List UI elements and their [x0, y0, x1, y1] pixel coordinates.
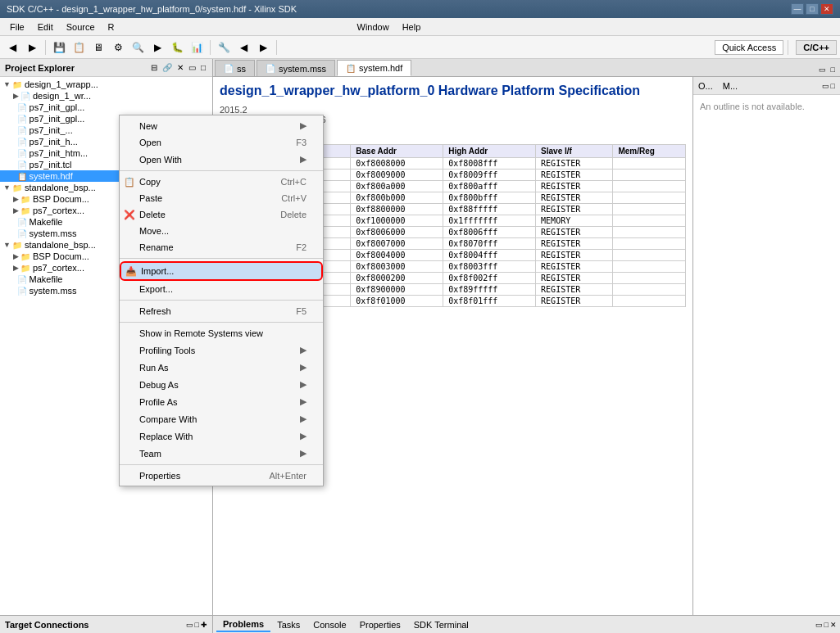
import-icon: 📥 — [125, 266, 138, 277]
ctx-item-refresh[interactable]: Refresh F5 — [120, 303, 323, 319]
ctx-item-copy[interactable]: 📋 Copy Ctrl+C — [120, 174, 323, 190]
delete-icon: ❌ — [123, 210, 136, 220]
ctx-item-import[interactable]: 📥 Import... — [120, 261, 323, 281]
ctx-sep1 — [120, 170, 323, 171]
copy-icon: 📋 — [123, 177, 136, 188]
ctx-sep3 — [120, 300, 323, 301]
ctx-item-replace-with[interactable]: Replace With ▶ — [120, 427, 323, 445]
ctx-item-export[interactable]: Export... — [120, 281, 323, 297]
ctx-item-open-with[interactable]: Open With ▶ — [120, 151, 323, 168]
ctx-item-run-as[interactable]: Run As ▶ — [120, 359, 323, 376]
ctx-item-team[interactable]: Team ▶ — [120, 445, 323, 462]
context-menu-overlay[interactable]: New ▶ Open F3 Open With ▶ 📋 Copy Ctrl+C … — [0, 0, 840, 633]
ctx-item-profile-as[interactable]: Profile As ▶ — [120, 393, 323, 410]
ctx-item-new[interactable]: New ▶ — [120, 117, 323, 134]
ctx-item-debug-as[interactable]: Debug As ▶ — [120, 376, 323, 393]
ctx-item-show-remote[interactable]: Show in Remote Systems view — [120, 325, 323, 341]
ctx-item-move[interactable]: Move... — [120, 223, 323, 239]
ctx-sep2 — [120, 258, 323, 259]
context-menu: New ▶ Open F3 Open With ▶ 📋 Copy Ctrl+C … — [119, 115, 324, 486]
ctx-item-profiling-tools[interactable]: Profiling Tools ▶ — [120, 341, 323, 359]
ctx-item-rename[interactable]: Rename F2 — [120, 239, 323, 255]
ctx-item-open[interactable]: Open F3 — [120, 134, 323, 151]
ctx-item-compare-with[interactable]: Compare With ▶ — [120, 410, 323, 427]
ctx-sep5 — [120, 464, 323, 465]
ctx-item-delete[interactable]: ❌ Delete Delete — [120, 206, 323, 223]
ctx-item-paste[interactable]: Paste Ctrl+V — [120, 190, 323, 206]
ctx-item-properties[interactable]: Properties Alt+Enter — [120, 468, 323, 484]
ctx-sep4 — [120, 322, 323, 323]
